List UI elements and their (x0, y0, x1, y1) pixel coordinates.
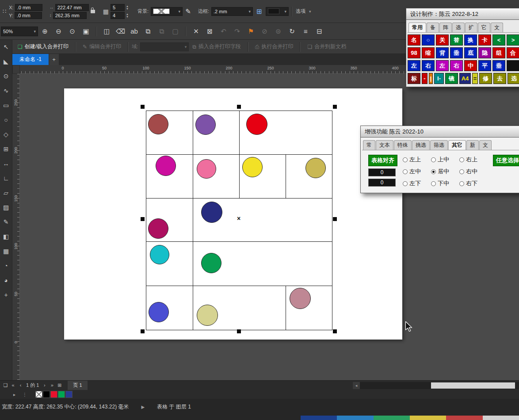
panel1-button[interactable]: 卡 (478, 34, 491, 46)
align-option[interactable]: 左下 (403, 179, 430, 187)
align-icon[interactable]: ≡ (300, 26, 311, 37)
panel2-tab[interactable]: 其它 (448, 140, 466, 150)
panel1-button[interactable]: 隐 (478, 47, 491, 58)
radio-button[interactable] (459, 169, 464, 174)
eyedropper-tool[interactable]: ✎ (4, 218, 9, 226)
selection-handle[interactable] (333, 217, 337, 221)
panel1-tab[interactable]: 备 (427, 23, 439, 32)
zoom-in-icon[interactable]: ⊕ (39, 26, 50, 37)
table-circle[interactable] (246, 114, 267, 135)
any-select-button[interactable]: 任意选择 (493, 155, 519, 166)
align-option[interactable]: 右下 (459, 179, 487, 187)
zoom-level-combo[interactable]: 50% ▾ (1, 27, 38, 36)
panel2-tab[interactable]: 挑选 (412, 140, 430, 150)
cols-spinner[interactable]: ▲▼ (126, 13, 129, 18)
delete-x-icon[interactable]: ✕ (191, 26, 202, 37)
snap-grid-icon[interactable]: ∷ (3, 8, 6, 15)
panel1-button[interactable]: 左 (408, 60, 420, 71)
background-fill-dropdown[interactable]: ▾ (151, 7, 183, 16)
panel2-tab[interactable]: 文本 (376, 140, 393, 150)
panel1-button[interactable]: | (429, 73, 433, 84)
insert-merge-field-button[interactable]: ⧉ 插入合并打印字段 (189, 42, 244, 52)
shape-tool[interactable]: ◣ (4, 58, 8, 65)
panel1-tab[interactable]: 常用 (408, 23, 426, 32)
add-document-tab-button[interactable]: + (49, 54, 59, 65)
panel1-button[interactable]: 去 (493, 73, 506, 84)
offset-x-field[interactable]: 0 (368, 168, 396, 176)
border-width-dropdown[interactable]: .2 mm ▾ (211, 7, 253, 16)
trash-icon[interactable]: ⌫ (115, 26, 126, 37)
table-circle[interactable] (201, 253, 221, 273)
panel1-button[interactable]: 右 (450, 60, 463, 71)
panel1-tab[interactable]: 选 (452, 23, 465, 32)
table-cols-input[interactable]: 4 (111, 12, 125, 19)
radio-button[interactable] (431, 169, 436, 174)
palette-swatch-black[interactable] (43, 391, 50, 398)
panel1-button[interactable]: 垂 (450, 47, 463, 58)
table-circle[interactable] (156, 156, 176, 176)
selection-handle[interactable] (237, 105, 241, 109)
palette-swatch-green[interactable] (58, 391, 65, 398)
panel1-button[interactable]: 名 (408, 34, 420, 46)
table-circle[interactable] (201, 202, 222, 223)
panel1-button[interactable]: 换 (464, 34, 477, 46)
y-position-input[interactable]: .0 mm (15, 12, 42, 19)
vertical-ruler[interactable]: 250200150100500 (12, 74, 20, 380)
panel2-tab[interactable]: 特殊 (394, 140, 412, 150)
selection-handle[interactable] (141, 329, 145, 333)
table-circle[interactable] (150, 245, 169, 264)
rectangle-tool[interactable]: ▭ (3, 102, 9, 109)
align-option[interactable]: 左中 (403, 168, 430, 176)
panel2-tab[interactable]: 新 (466, 140, 479, 150)
table-align-button[interactable]: 表格对齐 (368, 155, 397, 166)
table-circle[interactable] (197, 159, 216, 179)
radio-button[interactable] (459, 181, 464, 186)
canvas-area[interactable]: × (20, 74, 519, 380)
panel1-button[interactable]: 合 (507, 47, 519, 58)
panel1-button[interactable]: 组 (492, 47, 505, 58)
radio-button[interactable] (459, 157, 464, 162)
rows-spinner[interactable]: ▲▼ (126, 5, 129, 10)
delete-frame-icon[interactable]: ⊠ (204, 26, 215, 37)
palette-swatch-red[interactable] (50, 391, 57, 398)
last-page-icon[interactable]: » (48, 382, 56, 388)
dock-window-icon[interactable]: ⊟ (314, 26, 325, 37)
dimension-tool[interactable]: ↔ (3, 160, 9, 168)
panel1-tab[interactable]: 文 (491, 23, 503, 32)
design-panel-titlebar[interactable]: 设计制作：陈云 2022-8-12 (406, 8, 519, 20)
panel1-button[interactable]: 背 (436, 47, 449, 58)
refresh-icon[interactable]: ↻ (286, 26, 298, 37)
next-page-icon[interactable]: › (41, 382, 48, 388)
prev-page-icon[interactable]: ‹ (17, 382, 24, 388)
panel2-tab[interactable]: 文 (479, 140, 492, 150)
panel1-button[interactable]: 98 (408, 47, 420, 58)
polygon-tool[interactable]: ◇ (4, 131, 8, 138)
panel1-button[interactable]: 标 (408, 73, 420, 84)
table-circle[interactable] (305, 158, 326, 178)
table-circle[interactable] (148, 218, 168, 239)
table-circle[interactable] (242, 157, 263, 177)
panel1-tab[interactable]: 阵 (439, 23, 452, 32)
panel1-button[interactable]: 替 (450, 34, 463, 46)
align-option[interactable]: 左上 (403, 156, 430, 164)
split-cells-icon[interactable]: ◫ (101, 26, 112, 37)
radio-button[interactable] (403, 181, 408, 186)
panel1-button[interactable]: > (507, 34, 519, 46)
ellipse-tool[interactable]: ○ (4, 116, 8, 124)
page-options-icon[interactable]: ⊞ (56, 382, 63, 388)
panel1-tab[interactable]: 它 (478, 23, 490, 32)
add-tool[interactable]: + (4, 291, 8, 299)
lock-ratio-button[interactable] (91, 10, 95, 13)
panel1-button[interactable]: I- (434, 73, 444, 84)
table-circle[interactable] (290, 288, 311, 309)
panel1-button[interactable]: 平 (478, 60, 491, 71)
selection-handle[interactable] (333, 105, 337, 109)
panel1-button[interactable]: = (472, 73, 478, 84)
object-height-input[interactable]: 262.35 mm (53, 12, 87, 19)
radio-button[interactable] (403, 157, 408, 162)
panel1-tab[interactable]: 扩 (465, 23, 477, 32)
zoom-out-icon[interactable]: ⊖ (53, 26, 64, 37)
table-circle[interactable] (149, 302, 169, 322)
first-page-icon[interactable]: « (9, 382, 17, 388)
align-option[interactable]: 右中 (459, 168, 487, 176)
